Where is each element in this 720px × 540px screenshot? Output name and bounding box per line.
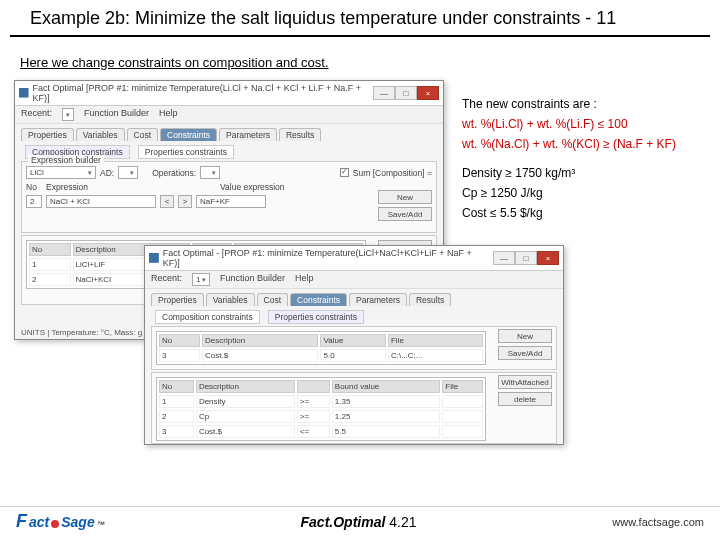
factsage-logo: FactSage™: [16, 511, 105, 532]
tab-variables[interactable]: Variables: [206, 293, 255, 306]
app-icon: [19, 88, 29, 98]
tab-results[interactable]: Results: [409, 293, 451, 306]
logo-dot-icon: [51, 520, 59, 528]
svg-rect-0: [19, 88, 29, 98]
logo-act: act: [29, 514, 49, 530]
gt-button[interactable]: >: [178, 195, 192, 208]
bottom-table: No Description Bound value File 1 Densit…: [156, 377, 486, 441]
top-table: No Description Value File 3 Cost.$ 5.0 C…: [156, 331, 486, 365]
note-line: Density ≥ 1750 kg/m³: [462, 165, 706, 182]
table-row[interactable]: 1 Density >= 1.35: [159, 395, 483, 408]
footer-url: www.factsage.com: [612, 516, 704, 528]
subtab-properties-constraints[interactable]: Properties constraints: [268, 310, 364, 324]
tab-properties[interactable]: Properties: [151, 293, 204, 306]
screenshot-stack: Fact Optimal [PROP #1: minimize Temperat…: [14, 80, 454, 450]
no-input[interactable]: 2: [26, 195, 42, 208]
window-title: Fact Optimal - [PROP #1: minimize Temper…: [163, 248, 485, 268]
table-row[interactable]: 3 Cost.$ 5.0 C:\...C:...: [159, 349, 483, 362]
table-row[interactable]: 3 Cost.$ <= 5.5: [159, 425, 483, 438]
close-button[interactable]: ×: [417, 86, 439, 100]
logo-tm: ™: [97, 520, 105, 529]
slide-subtitle: Here we change constraints on compositio…: [20, 55, 700, 70]
menu-help[interactable]: Help: [295, 273, 314, 286]
window-title: Fact Optimal [PROP #1: minimize Temperat…: [33, 83, 365, 103]
footer-center: Fact.Optimal 4.21: [105, 514, 613, 530]
minimize-button[interactable]: —: [373, 86, 395, 100]
note-line: Cp ≥ 1250 J/kg: [462, 185, 706, 202]
maximize-button[interactable]: □: [395, 86, 417, 100]
recent-dropdown[interactable]: 1: [192, 273, 210, 286]
note-constraint: wt. %(Na.Cl) + wt. %(KCl) ≥ (Na.F + KF): [462, 136, 706, 153]
tab-parameters[interactable]: Parameters: [349, 293, 407, 306]
logo-f: F: [16, 511, 27, 532]
logo-sage: Sage: [61, 514, 94, 530]
tab-cost[interactable]: Cost: [257, 293, 288, 306]
ops-dropdown[interactable]: [200, 166, 220, 179]
tab-properties[interactable]: Properties: [21, 128, 74, 141]
note-constraint: wt. %(Li.Cl) + wt. %(Li.F) ≤ 100: [462, 116, 706, 133]
slide-title: Example 2b: Minimize the salt liquidus t…: [10, 0, 710, 37]
minimize-button[interactable]: —: [493, 251, 515, 265]
tab-constraints[interactable]: Constraints: [290, 293, 347, 306]
new-button[interactable]: New: [378, 190, 432, 204]
tab-results[interactable]: Results: [279, 128, 321, 141]
new-button[interactable]: New: [498, 329, 552, 343]
close-button[interactable]: ×: [537, 251, 559, 265]
table-row[interactable]: 2 Cp >= 1.25: [159, 410, 483, 423]
tab-parameters[interactable]: Parameters: [219, 128, 277, 141]
th-no: No: [29, 243, 71, 256]
delete-button[interactable]: delete: [498, 392, 552, 406]
with-attached-button[interactable]: WithAttached: [498, 375, 552, 389]
col-value-label: Value expression: [220, 182, 285, 192]
ad-dropdown[interactable]: [118, 166, 138, 179]
app-icon: [149, 253, 159, 263]
col-no-label: No: [26, 182, 42, 192]
menu-recent[interactable]: Recent:: [151, 273, 182, 286]
note-line: Cost ≤ 5.5 $/kg: [462, 205, 706, 222]
note-line: The new constraints are :: [462, 96, 706, 113]
expression-input[interactable]: NaCl + KCl: [46, 195, 156, 208]
subtab-properties-constraints[interactable]: Properties constraints: [138, 145, 234, 159]
tab-cost[interactable]: Cost: [127, 128, 158, 141]
sum-label: Sum [Composition] =: [353, 168, 432, 178]
save-add-button[interactable]: Save/Add: [378, 207, 432, 221]
footer: FactSage™ Fact.Optimal 4.21 www.factsage…: [0, 506, 720, 536]
ad-label: AD:: [100, 168, 114, 178]
subtab-composition[interactable]: Composition constraints: [155, 310, 260, 324]
value-input[interactable]: NaF+KF: [196, 195, 266, 208]
menu-function-builder[interactable]: Function Builder: [220, 273, 285, 286]
sum-checkbox[interactable]: [340, 168, 349, 177]
lt-button[interactable]: <: [160, 195, 174, 208]
ops-label: Operations:: [152, 168, 196, 178]
recent-dropdown[interactable]: [62, 108, 74, 121]
tab-variables[interactable]: Variables: [76, 128, 125, 141]
save-add-button[interactable]: Save/Add: [498, 346, 552, 360]
menu-recent[interactable]: Recent:: [21, 108, 52, 121]
maximize-button[interactable]: □: [515, 251, 537, 265]
window-factoptimal-front: Fact Optimal - [PROP #1: minimize Temper…: [144, 245, 564, 445]
component-dropdown[interactable]: LiCl: [26, 166, 96, 179]
menu-help[interactable]: Help: [159, 108, 178, 121]
tab-constraints[interactable]: Constraints: [160, 128, 217, 141]
panel-legend: Expression builder: [28, 155, 104, 165]
menu-function-builder[interactable]: Function Builder: [84, 108, 149, 121]
col-expression-label: Expression: [46, 182, 156, 192]
svg-rect-1: [149, 253, 159, 263]
